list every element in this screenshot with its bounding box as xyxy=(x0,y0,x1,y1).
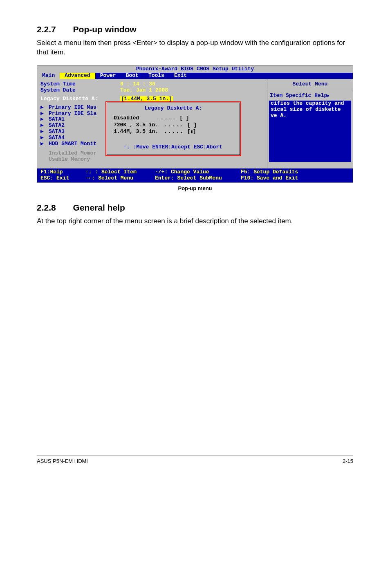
bios-menubar: Main Advanced Power Boot Tools Exit xyxy=(37,73,353,79)
popup-option-720k[interactable]: 720K , 3.5 in. ..... [ ] xyxy=(114,122,235,129)
bios-utility-title: Phoenix-Award BIOS CMOS Setup Utility xyxy=(37,66,353,73)
chevron-right-icon: ▶ xyxy=(40,123,47,129)
tab-exit[interactable]: Exit xyxy=(169,73,192,79)
triangle-right-icon: ▶ xyxy=(327,94,329,98)
system-date-label: System Date xyxy=(40,88,120,94)
tab-advanced[interactable]: Advanced xyxy=(60,73,95,79)
tab-main[interactable]: Main xyxy=(37,73,60,79)
tab-tools[interactable]: Tools xyxy=(143,73,169,79)
popup-option-144m[interactable]: 1.44M, 3.5 in. ..... [∎] xyxy=(114,128,235,135)
section-title: General help xyxy=(73,203,125,212)
chevron-right-icon: ▶ xyxy=(40,117,47,123)
bios-screenshot: Phoenix-Award BIOS CMOS Setup Utility Ma… xyxy=(37,65,353,183)
figure-caption: Pop-up menu xyxy=(37,185,353,191)
chevron-right-icon: ▶ xyxy=(40,111,47,117)
popup-window: Legacy Diskette A: Disabled..... [ ] 720… xyxy=(106,102,241,156)
chevron-right-icon: ▶ xyxy=(40,129,47,135)
key-select-item: ↑↓ : Select Item xyxy=(85,169,155,175)
legacy-diskette-label[interactable]: Legacy Diskette A: xyxy=(40,96,120,102)
popup-option-disabled[interactable]: Disabled..... [ ] xyxy=(114,115,235,122)
section-number: 2.2.7 xyxy=(37,25,56,34)
submenu-primary-ide-slave[interactable]: Primary IDE Sla xyxy=(49,110,96,117)
item-specific-help-body: cifies the capacity and sical size of di… xyxy=(269,101,351,162)
key-f10-save: F10: Save and Exit xyxy=(241,175,298,182)
submenu-hdd-smart[interactable]: HDD SMART Monit xyxy=(49,141,96,147)
system-time-label: System Time xyxy=(40,81,120,88)
key-select-menu: →←: Select Menu xyxy=(85,175,155,182)
legacy-diskette-value[interactable]: [1.44M, 3.5 in.] xyxy=(120,96,173,102)
popup-nav-hints: ↑↓ :Move ENTER:Accept ESC:Abort xyxy=(123,144,235,150)
chevron-right-icon: ▶ xyxy=(40,105,47,111)
key-f1-help: F1:Help xyxy=(40,169,85,175)
tab-boot[interactable]: Boot xyxy=(121,73,143,79)
key-f5-defaults: F5: Setup Defaults xyxy=(241,169,298,175)
chevron-right-icon: ▶ xyxy=(40,135,47,141)
key-change-value: -/+: Change Value xyxy=(155,169,241,175)
system-time-value[interactable]: 0 : 14 : 36 xyxy=(120,81,155,88)
section-number: 2.2.8 xyxy=(37,203,56,213)
submenu-sata3[interactable]: SATA3 xyxy=(49,128,65,135)
submenu-sata2[interactable]: SATA2 xyxy=(49,122,65,128)
chevron-right-icon: ▶ xyxy=(40,141,47,147)
bios-help-pane: Select Menu Item Specific Help▶ cifies t… xyxy=(267,79,353,168)
popup-title: Legacy Diskette A: xyxy=(111,105,235,112)
system-date-value[interactable]: Tue, Jan 1 2008 xyxy=(120,88,168,94)
item-specific-help-header: Item Specific Help▶ xyxy=(267,93,353,99)
section-body: At the top right corner of the menu scre… xyxy=(37,217,353,226)
key-esc-exit: ESC: Exit xyxy=(40,175,85,182)
submenu-sata1[interactable]: SATA1 xyxy=(49,116,65,122)
submenu-primary-ide-master[interactable]: Primary IDE Mas xyxy=(49,104,96,110)
help-pane-title: Select Menu xyxy=(267,79,353,90)
tab-power[interactable]: Power xyxy=(95,73,121,79)
footer-page-number: 2-15 xyxy=(343,458,353,464)
footer-product: ASUS P5N-EM HDMI xyxy=(37,458,88,464)
section-title: Pop-up window xyxy=(73,25,137,34)
bios-key-legend: F1:Help ESC: Exit ↑↓ : Select Item →←: S… xyxy=(37,168,353,182)
key-select-submenu: Enter: Select SubMenu xyxy=(155,175,241,182)
submenu-sata4[interactable]: SATA4 xyxy=(49,135,65,141)
bios-left-pane: System Time 0 : 14 : 36 System Date Tue,… xyxy=(37,79,267,168)
page-footer: ASUS P5N-EM HDMI 2-15 xyxy=(37,455,353,464)
usable-memory-label: Usable Memory xyxy=(49,157,264,163)
section-heading: 2.2.7 Pop-up window xyxy=(37,25,353,34)
section-body: Select a menu item then press <Enter> to… xyxy=(37,38,353,57)
section-heading: 2.2.8 General help xyxy=(37,203,353,213)
